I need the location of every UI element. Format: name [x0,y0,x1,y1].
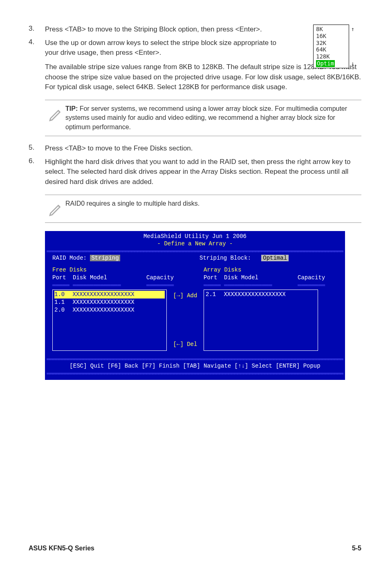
bios-footer-hint: [ESC] Quit [F6] Back [F7] Finish [TAB] N… [47,362,343,370]
col-port: Port [52,274,73,282]
stripe-opt: 32K [316,40,346,47]
step-4: 4. Use the up or down arrow keys to sele… [29,38,361,58]
step-number: 5. [29,144,45,154]
tip-label: TIP: [65,105,78,112]
stripe-opt: 16K [316,33,346,40]
col-model: Disk Model [224,274,298,282]
col-port: Port [204,274,224,282]
col-cap: Capacity [146,274,204,282]
step-6: 6. Highlight the hard disk drives that y… [29,157,361,187]
raid-mode-value: Striping [90,255,120,261]
pencil-icon [45,199,65,218]
step-text: Highlight the hard disk drives that you … [45,157,361,187]
add-hint: [→] Add [167,292,204,300]
tip-block: TIP: For server systems, we recommend us… [45,100,361,136]
raid-mode-label: RAID Mode: [52,255,87,261]
free-disks-box: 1.0 XXXXXXXXXXXXXXXXXX 1.1 XXXXXXXXXXXXX… [52,290,167,351]
array-disks-label: Array Disks [204,266,241,274]
footer-left: ASUS KFN5-Q Series [29,545,94,552]
bios-screenshot: MediaShield Utility Jun 1 2006 - Define … [45,231,345,380]
bios-divider: ════════════════════════════════════════… [47,356,343,362]
table-row: 1.0 XXXXXXXXXXXXXXXXXX [54,291,165,298]
stripe-opt-selected: Optim [316,60,335,67]
step-number: 6. [29,157,45,187]
step-3: 3. Press <TAB> to move to the Striping B… [29,25,361,35]
table-row: 2.1 XXXXXXXXXXXXXXXXXX [206,291,316,298]
step-text: Use the up or down arrow keys to select … [45,38,280,58]
bios-divider: ════════════════════════════════════════… [47,248,343,254]
striping-block-value: Optimal [261,255,289,261]
footer-right: 5-5 [352,545,361,552]
array-disks-box: 2.1 XXXXXXXXXXXXXXXXXX [204,290,318,351]
col-model: Disk Model [73,274,146,282]
note-block: RAID0 requires a single to multiple hard… [45,195,361,223]
free-disks-label: Free Disks [52,266,204,274]
del-hint: [←] Del [167,341,204,348]
table-row: 1.1 XXXXXXXXXXXXXXXXXX [54,298,165,306]
tip-text: For server systems, we recommend using a… [65,105,347,130]
step-number: 4. [29,38,45,58]
arrow-down-icon: ↓ [351,60,354,67]
stripe-size-popup: ↑ 8K 16K 32K 64K 128K Optim ↓ [313,25,349,68]
stripe-opt: 128K [316,53,346,60]
step-number: 3. [29,25,45,35]
bios-title: MediaShield Utility Jun 1 2006 [47,233,343,240]
table-row: 2.0 XXXXXXXXXXXXXXXXXX [54,306,165,314]
note-text: RAID0 requires a single to multiple hard… [65,199,361,218]
stripe-opt: 8K [316,26,346,33]
step-5: 5. Press <TAB> to move to the Free Disks… [29,144,361,154]
bios-divider: ════════════════════════════════════════… [47,370,343,377]
pencil-icon [45,104,65,132]
striping-block-label: Striping Block: [199,255,251,261]
col-cap: Capacity [298,274,325,282]
stripe-opt: 64K [316,46,346,53]
step-text: Press <TAB> to move to the Free Disks se… [45,144,361,154]
bios-subtitle: - Define a New Array - [47,240,343,248]
page-footer: ASUS KFN5-Q Series 5-5 [29,545,361,552]
step-text: Press <TAB> to move to the Striping Bloc… [45,25,280,35]
arrow-up-icon: ↑ [351,26,354,33]
